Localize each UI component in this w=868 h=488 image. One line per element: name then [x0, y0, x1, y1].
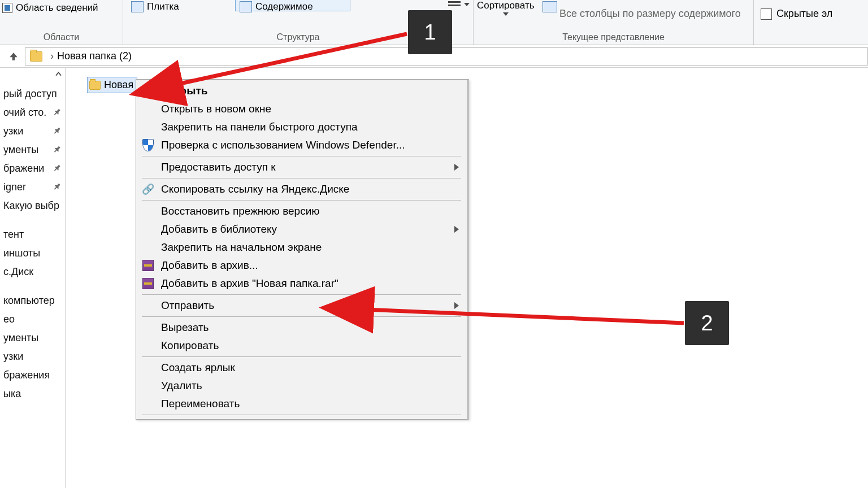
sidebar-item-label: бражени — [3, 163, 44, 175]
link-icon: 🔗 — [142, 183, 154, 195]
contents-icon — [240, 1, 252, 12]
sidebar-item[interactable]: ументы — [0, 329, 65, 347]
sidebar-item[interactable]: Какую выбр — [0, 197, 65, 215]
sort-label: Сортировать — [477, 0, 535, 11]
sidebar-item[interactable]: с.Диск — [0, 263, 65, 281]
sort-button[interactable]: Сортировать — [477, 0, 535, 16]
sidebar-item[interactable]: ео — [0, 310, 65, 329]
sidebar-item-label: igner — [3, 181, 26, 193]
ribbon-view: Область сведений Области Плитка Содержим… — [0, 0, 868, 45]
sidebar-item[interactable]: очий сто. — [0, 103, 65, 122]
sidebar-item-label: ументы — [3, 332, 38, 344]
pin-icon — [50, 180, 64, 194]
cm-open-new-window[interactable]: Открыть в новом окне — [136, 100, 467, 118]
cm-pin-quick-access[interactable]: Закрепить на панели быстрого доступа — [136, 118, 467, 136]
ribbon-group-areas: Область сведений Области — [0, 0, 123, 45]
checkbox-icon — [761, 8, 772, 20]
pin-icon — [50, 124, 64, 138]
sidebar-item-label: узки — [3, 351, 23, 363]
view-contents[interactable]: Содержимое — [240, 1, 313, 12]
cm-create-shortcut[interactable]: Создать ярлык — [136, 359, 467, 377]
chevron-right-icon — [454, 302, 459, 309]
cm-add-to-library[interactable]: Добавить в библиотеку — [136, 220, 467, 238]
sidebar-item[interactable]: рый доступ — [0, 85, 65, 103]
sidebar-item[interactable]: узки — [0, 122, 65, 141]
address-bar-row: › Новая папка (2) — [0, 45, 868, 68]
autosize-columns-button[interactable]: Все столбцы по размеру содержимого — [559, 8, 741, 20]
group-label-structure: Структура — [123, 32, 473, 42]
nav-sidebar: рый доступочий сто.узкиументыбражениigne… — [0, 68, 66, 488]
cm-cut[interactable]: Вырезать — [136, 319, 467, 337]
cm-yandex-disk-link[interactable]: 🔗 Скопировать ссылку на Яндекс.Диске — [136, 180, 467, 198]
view-tile-label: Плитка — [147, 1, 179, 12]
group-label-current: Текущее представление — [474, 32, 753, 42]
cm-pin-start[interactable]: Закрепить на начальном экране — [136, 238, 467, 256]
ribbon-group-current-view: Сортировать Все столбцы по размеру содер… — [474, 0, 754, 45]
folder-item-selected[interactable]: Новая — [87, 77, 137, 93]
winrar-icon — [142, 259, 154, 272]
sidebar-item[interactable]: бражения — [0, 366, 65, 385]
chevron-right-icon: › — [50, 50, 54, 62]
sidebar-item[interactable]: бражени — [0, 159, 65, 178]
scroll-up-button[interactable] — [54, 70, 63, 79]
sidebar-item[interactable]: ыка — [0, 385, 65, 403]
sidebar-item-label: ументы — [3, 144, 38, 156]
sidebar-item-label: ыка — [3, 388, 21, 400]
chevron-up-icon — [55, 71, 62, 77]
sidebar-item[interactable]: igner — [0, 178, 65, 197]
checkbox-icon — [2, 3, 12, 13]
up-arrow-icon — [8, 51, 19, 62]
cm-copy[interactable]: Копировать — [136, 337, 467, 355]
ribbon-group-structure: Плитка Содержимое Структура — [123, 0, 474, 45]
sidebar-item-label: тент — [3, 229, 24, 241]
sidebar-item-label: Какую выбр — [3, 200, 59, 212]
tile-icon — [131, 1, 144, 12]
sidebar-item-label: узки — [3, 125, 23, 137]
hidden-items-label: Скрытые эл — [776, 8, 832, 20]
sidebar-item[interactable]: компьютер — [0, 291, 65, 310]
cm-send-to[interactable]: Отправить — [136, 297, 467, 315]
cm-rename[interactable]: Переименовать — [136, 395, 467, 413]
chevron-right-icon — [454, 226, 459, 233]
sidebar-item-label: иншоты — [3, 247, 40, 259]
view-tile[interactable]: Плитка — [131, 1, 179, 12]
cm-open[interactable]: Открыть — [136, 82, 467, 100]
view-more-dropdown[interactable] — [448, 1, 470, 8]
sidebar-item[interactable]: узки — [0, 347, 65, 366]
winrar-icon — [142, 277, 154, 290]
sidebar-item-label: очий сто. — [3, 107, 46, 119]
ribbon-group-hidden: Скрытые эл — [754, 0, 868, 45]
toggle-details-pane[interactable]: Область сведений — [2, 2, 98, 14]
cm-add-archive-named[interactable]: Добавить в архив "Новая папка.rar" — [136, 274, 467, 293]
sidebar-item-label: рый доступ — [3, 88, 57, 100]
sidebar-item-label: с.Диск — [3, 266, 33, 278]
main-area: рый доступочий сто.узкиументыбражениigne… — [0, 68, 868, 488]
cm-restore-previous[interactable]: Восстановить прежнюю версию — [136, 202, 467, 220]
folder-icon — [89, 81, 101, 90]
sidebar-item[interactable]: тент — [0, 225, 65, 244]
pin-icon — [50, 162, 64, 176]
folder-icon — [30, 51, 42, 62]
address-bar[interactable]: › Новая папка (2) — [25, 47, 868, 66]
sidebar-item-label: бражения — [3, 369, 50, 381]
sidebar-item-label: компьютер — [3, 295, 55, 307]
group-label-areas: Области — [0, 32, 123, 42]
defender-shield-icon — [142, 139, 154, 151]
folder-content-area[interactable]: Новая Открыть Открыть в новом окне Закре… — [66, 68, 868, 488]
sidebar-item[interactable]: ументы — [0, 141, 65, 159]
autosize-columns-icon — [542, 1, 557, 12]
breadcrumb-current: Новая папка (2) — [57, 50, 132, 62]
nav-up-button[interactable] — [6, 51, 21, 62]
cm-delete[interactable]: Удалить — [136, 377, 467, 395]
sidebar-item-label: ео — [3, 313, 15, 325]
view-contents-label: Содержимое — [255, 1, 313, 12]
toggle-hidden-items[interactable]: Скрытые эл — [761, 8, 832, 20]
pin-icon — [50, 106, 64, 120]
context-menu: Открыть Открыть в новом окне Закрепить н… — [136, 79, 469, 420]
cm-defender-scan[interactable]: Проверка с использованием Windows Defend… — [136, 136, 467, 154]
cm-add-archive[interactable]: Добавить в архив... — [136, 256, 467, 274]
folder-item-label: Новая — [104, 79, 133, 91]
chevron-down-icon — [464, 3, 470, 6]
cm-grant-access[interactable]: Предоставить доступ к — [136, 158, 467, 176]
sidebar-item[interactable]: иншоты — [0, 244, 65, 263]
